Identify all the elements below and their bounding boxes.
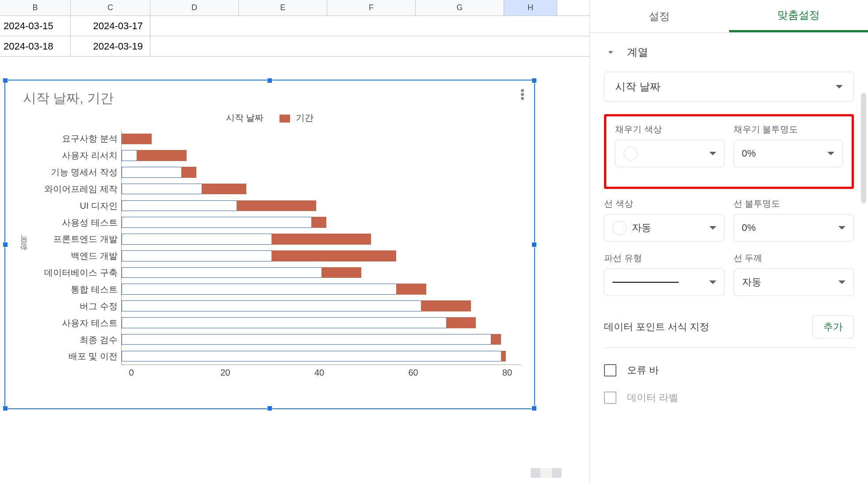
- cell[interactable]: 2024-03-18: [0, 36, 71, 56]
- col-header-g[interactable]: G: [416, 0, 504, 15]
- bar-fill[interactable]: [321, 267, 361, 278]
- column-headers: B C D E F G H: [0, 0, 589, 16]
- checkbox-icon[interactable]: [604, 364, 616, 376]
- fill-opacity-input[interactable]: 0%: [734, 140, 843, 167]
- field-line-width: 선 두께 자동: [734, 252, 854, 296]
- series-select-value: 시작 날짜: [615, 80, 661, 94]
- chart-menu-icon[interactable]: •••: [520, 88, 524, 100]
- data-label-row[interactable]: 데이터 라벨: [604, 384, 854, 411]
- horizontal-scrollbar[interactable]: [531, 468, 562, 478]
- color-swatch-icon: [612, 221, 627, 235]
- y-tick-label: 와이어프레임 제작: [33, 183, 118, 195]
- col-header-h[interactable]: H: [504, 0, 557, 15]
- tab-customize[interactable]: 맞춤설정: [729, 0, 868, 32]
- bar-fill[interactable]: [271, 234, 371, 245]
- y-tick-label: 프론트엔드 개발: [33, 233, 118, 245]
- field-value: 자동: [632, 221, 709, 234]
- add-button[interactable]: 추가: [812, 315, 854, 338]
- bar-row: [122, 247, 521, 264]
- bar-fill[interactable]: [421, 300, 471, 311]
- chart-title[interactable]: 시작 날짜, 기간: [23, 89, 521, 108]
- chart-plot: 항목 요구사항 분석사용자 리서치기능 명세서 작성와이어프레임 제작UI 디자…: [19, 131, 521, 365]
- tab-settings[interactable]: 설정: [590, 0, 729, 32]
- col-header-e[interactable]: E: [239, 0, 327, 15]
- data-rows: 2024-03-15 2024-03-17 2024-03-18 2024-03…: [0, 16, 589, 57]
- y-tick-label: 최종 검수: [33, 334, 118, 346]
- bar-outline[interactable]: [122, 284, 426, 295]
- bar-row: [122, 147, 521, 164]
- y-tick-label: 버그 수정: [33, 300, 118, 312]
- cell[interactable]: 2024-03-17: [71, 16, 150, 36]
- cell[interactable]: 2024-03-15: [0, 16, 71, 36]
- bar-row: [122, 281, 521, 298]
- y-tick-label: UI 디자인: [33, 200, 118, 212]
- line-opacity-input[interactable]: 0%: [734, 214, 854, 242]
- sidebar-tabs: 설정 맞춤설정: [590, 0, 868, 33]
- bar-row: [122, 164, 521, 181]
- chart-container[interactable]: ••• 시작 날짜, 기간 시작 날짜 기간 항목 요구사항 분석사용자 리서치…: [4, 80, 535, 409]
- bar-fill[interactable]: [271, 250, 396, 261]
- series-select[interactable]: 시작 날짜: [604, 72, 854, 102]
- bar-row: [122, 331, 521, 348]
- checkbox-label: 데이터 라벨: [627, 391, 678, 404]
- bar-outline[interactable]: [122, 217, 326, 228]
- bar-fill[interactable]: [122, 134, 152, 145]
- bar-outline[interactable]: [122, 317, 476, 328]
- bar-row: [122, 214, 521, 231]
- section-series[interactable]: 계열: [590, 33, 868, 72]
- bar-row: [122, 264, 521, 281]
- bar-fill[interactable]: [501, 351, 506, 362]
- x-tick-label: 40: [314, 368, 324, 378]
- col-header-f[interactable]: F: [327, 0, 416, 15]
- bar-fill[interactable]: [137, 150, 187, 161]
- y-tick-label: 통합 테스트: [33, 284, 118, 296]
- checkbox-icon[interactable]: [604, 392, 616, 404]
- bars-area: [121, 131, 521, 365]
- legend-swatch-icon: [279, 115, 290, 123]
- field-fill-opacity: 채우기 불투명도 0%: [734, 123, 843, 167]
- field-label: 선 불투명도: [734, 198, 854, 210]
- line-width-input[interactable]: 자동: [734, 269, 854, 296]
- bar-fill[interactable]: [202, 184, 247, 195]
- col-header-c[interactable]: C: [71, 0, 150, 15]
- bar-row: [122, 131, 521, 147]
- sidebar-scrollbar[interactable]: [861, 93, 866, 204]
- field-dash-type: 파선 유형: [604, 252, 725, 296]
- bar-outline[interactable]: [122, 351, 506, 362]
- bar-fill[interactable]: [181, 167, 196, 178]
- bar-fill[interactable]: [237, 200, 317, 211]
- field-label: 채우기 색상: [615, 123, 725, 135]
- caret-down-icon: [836, 85, 843, 88]
- bar-row: [122, 348, 521, 365]
- cell[interactable]: 2024-03-19: [71, 36, 150, 56]
- field-line-opacity: 선 불투명도 0%: [734, 198, 854, 242]
- bar-outline[interactable]: [122, 300, 471, 311]
- data-point-format-row: 데이터 포인트 서식 지정 추가: [604, 307, 854, 348]
- data-row: 2024-03-18 2024-03-19: [0, 36, 589, 57]
- col-header-b[interactable]: B: [0, 0, 71, 15]
- error-bar-row[interactable]: 오류 바: [604, 357, 854, 384]
- line-color-input[interactable]: 자동: [604, 214, 725, 242]
- data-row: 2024-03-15 2024-03-17: [0, 16, 589, 36]
- caret-down-icon: [709, 226, 716, 230]
- fill-color-input[interactable]: [615, 140, 725, 167]
- bar-outline[interactable]: [122, 334, 501, 345]
- bar-fill[interactable]: [446, 317, 476, 328]
- color-swatch-icon: [623, 146, 638, 161]
- section-title: 계열: [627, 45, 648, 59]
- chart-legend[interactable]: 시작 날짜 기간: [19, 112, 521, 124]
- y-tick-label: 사용자 테스트: [33, 317, 118, 329]
- bar-fill[interactable]: [311, 217, 326, 228]
- chevron-down-icon: [605, 46, 616, 58]
- dash-type-input[interactable]: [604, 269, 725, 296]
- field-value: 자동: [742, 276, 839, 289]
- field-label: 선 두께: [734, 252, 854, 264]
- bar-fill[interactable]: [491, 334, 501, 345]
- bar-row: [122, 181, 521, 197]
- scroll-right-icon[interactable]: [552, 468, 562, 478]
- bar-row: [122, 314, 521, 331]
- bar-fill[interactable]: [396, 284, 426, 295]
- col-header-d[interactable]: D: [150, 0, 239, 15]
- scroll-left-icon[interactable]: [531, 468, 540, 478]
- caret-down-icon: [827, 152, 834, 155]
